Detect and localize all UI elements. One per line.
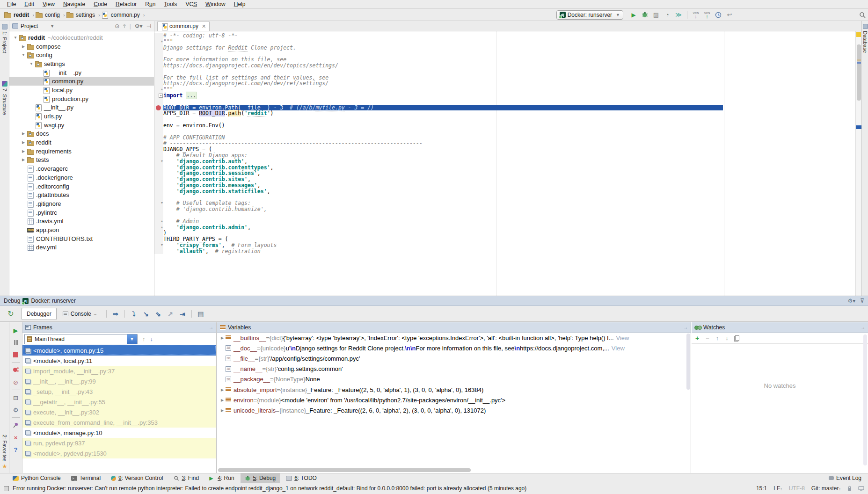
tree-item-docs[interactable]: ▶docs bbox=[9, 130, 154, 138]
menu-edit[interactable]: Edit bbox=[20, 0, 38, 9]
undo-button[interactable]: ↩ bbox=[724, 10, 735, 20]
tree-item-.coveragerc[interactable]: .coveragerc bbox=[9, 164, 154, 173]
code-line[interactable]: # 'django.contrib.humanize', bbox=[154, 206, 854, 212]
editor-gutter[interactable] bbox=[154, 80, 163, 87]
variable-row[interactable]: 38__doc__ = {unicode} u'\nDjango setting… bbox=[217, 343, 691, 353]
evaluate-expression-button[interactable]: ▤ bbox=[195, 310, 207, 318]
resume-button[interactable]: ▶ bbox=[9, 324, 22, 336]
step-into-my-code-button[interactable]: ⇘ bbox=[152, 310, 164, 318]
editor-gutter[interactable] bbox=[154, 99, 163, 105]
horizontal-scrollbar[interactable] bbox=[218, 468, 471, 472]
encoding-indicator[interactable]: UTF-8 bbox=[789, 485, 805, 492]
code-line[interactable] bbox=[154, 116, 854, 123]
editor-gutter[interactable] bbox=[154, 63, 163, 69]
editor-gutter[interactable] bbox=[154, 146, 163, 153]
gear-icon[interactable]: ⚙▾ bbox=[847, 298, 855, 304]
tree-item-.travis.yml[interactable]: .travis.yml bbox=[9, 217, 154, 225]
frame-row[interactable]: __getattr__, __init__.py:55 bbox=[22, 397, 216, 407]
caret-position[interactable]: 15:1 bbox=[756, 485, 767, 492]
fold-marker-icon[interactable]: ▾ bbox=[161, 159, 163, 163]
frame-row[interactable]: <module>, manage.py:10 bbox=[22, 428, 216, 438]
help-button[interactable]: ? bbox=[9, 443, 22, 456]
tree-closed-arrow-icon[interactable]: ▶ bbox=[20, 149, 27, 153]
editor-gutter[interactable] bbox=[154, 110, 163, 116]
tree-item-app.json[interactable]: app.json bbox=[9, 225, 154, 234]
frame-row[interactable]: _setup, __init__.py:43 bbox=[22, 386, 216, 397]
code-line[interactable]: +import ... bbox=[154, 93, 854, 99]
tree-open-arrow-icon[interactable]: ▼ bbox=[12, 36, 19, 40]
fold-marker-icon[interactable]: ▴ bbox=[161, 219, 163, 223]
tree-item-.pylintrc[interactable]: .pylintrc bbox=[9, 208, 154, 217]
duplicate-watch-icon[interactable] bbox=[735, 335, 739, 341]
profiler-button[interactable]: ◔ bbox=[662, 10, 672, 20]
tree-item-.editorconfig[interactable]: .editorconfig bbox=[9, 182, 154, 191]
move-down-button[interactable]: ↓ bbox=[725, 334, 729, 341]
editor-gutter[interactable] bbox=[154, 195, 163, 201]
code-line[interactable]: DJANGO_APPS = ( bbox=[154, 146, 854, 153]
fold-marker-icon[interactable]: ▾ bbox=[161, 243, 163, 247]
code-line[interactable]: 'allauth', # registration bbox=[154, 248, 854, 254]
fold-marker-icon[interactable]: ▴ bbox=[161, 225, 163, 229]
toolwindow-button-debug[interactable]: 5: Debug bbox=[241, 473, 280, 483]
editor-gutter[interactable] bbox=[154, 105, 163, 111]
chevron-down-icon[interactable]: ▼ bbox=[127, 334, 137, 344]
code-line[interactable]: 'django.contrib.sessions', bbox=[154, 170, 854, 176]
editor-gutter[interactable] bbox=[154, 69, 163, 75]
tree-item-reddit[interactable]: ▼reddit~/cookiecutter/reddit bbox=[9, 33, 154, 42]
tree-item-production.py[interactable]: production.py bbox=[9, 94, 154, 103]
next-frame-button[interactable]: ↓ bbox=[150, 335, 153, 342]
editor-gutter[interactable]: ▾ bbox=[154, 200, 163, 206]
tree-item-wsgi.py[interactable]: wsgi.py bbox=[9, 121, 154, 130]
editor-gutter[interactable]: ▾ bbox=[154, 242, 163, 248]
editor-gutter[interactable] bbox=[154, 135, 163, 141]
editor-gutter[interactable] bbox=[154, 248, 163, 254]
breadcrumb-common.py[interactable]: common.py bbox=[101, 12, 141, 18]
locate-file-icon[interactable]: ⊙ bbox=[115, 23, 119, 29]
lock-icon[interactable] bbox=[847, 486, 852, 491]
tree-closed-arrow-icon[interactable]: ▶ bbox=[20, 131, 27, 136]
frame-row[interactable]: __init__, __init__.py:99 bbox=[22, 376, 216, 386]
breakpoint-icon[interactable] bbox=[156, 105, 161, 110]
tree-item-config[interactable]: ▼config bbox=[9, 51, 154, 59]
fold-marker-icon[interactable]: ▴ bbox=[161, 87, 163, 91]
expand-arrow-icon[interactable]: ▶ bbox=[219, 408, 226, 413]
editor-gutter[interactable] bbox=[154, 182, 163, 189]
tree-closed-arrow-icon[interactable]: ▶ bbox=[20, 44, 27, 49]
tree-item-__init__.py[interactable]: __init__.py bbox=[9, 68, 154, 77]
toolwindow-button-run[interactable]: ▶4: Run bbox=[205, 473, 238, 483]
editor-gutter[interactable] bbox=[154, 75, 163, 81]
toolwindow-button-terminal[interactable]: >_Terminal bbox=[67, 473, 105, 483]
editor-gutter[interactable] bbox=[154, 129, 163, 135]
code-line[interactable]: # -*- coding: utf-8 -*- bbox=[154, 33, 854, 39]
code-line[interactable] bbox=[154, 212, 854, 218]
editor-gutter[interactable] bbox=[154, 57, 163, 63]
tree-item-__init__.py[interactable]: __init__.py bbox=[9, 103, 154, 112]
toolwindow-button-structure[interactable]: 7: Structure bbox=[0, 81, 9, 115]
breadcrumb-settings[interactable]: settings bbox=[66, 12, 96, 18]
tab-debugger[interactable]: Debugger bbox=[22, 308, 57, 320]
search-everywhere-button[interactable] bbox=[857, 10, 868, 20]
status-message[interactable]: Error running Docker: runserver: Can't r… bbox=[13, 485, 756, 492]
variable-row[interactable]: ▶absolute_import = {instance} _Feature: … bbox=[217, 385, 691, 395]
vertical-scrollbar[interactable] bbox=[863, 334, 867, 465]
step-out-button[interactable]: ↗ bbox=[164, 310, 176, 318]
mute-breakpoints-button[interactable]: ⊘ bbox=[9, 376, 22, 388]
editor-gutter[interactable] bbox=[154, 45, 163, 51]
tree-item-compose[interactable]: ▶compose bbox=[9, 42, 154, 51]
variable-row[interactable]: 38__name__ = {str} 'config.settings.comm… bbox=[217, 364, 691, 374]
pause-button[interactable] bbox=[9, 336, 22, 349]
editor-gutter[interactable] bbox=[154, 212, 163, 218]
settings-gear-icon[interactable]: ⚙ bbox=[9, 404, 22, 416]
tree-item-settings[interactable]: ▼settings bbox=[9, 59, 154, 68]
step-over-button[interactable]: ⤵ bbox=[128, 310, 140, 318]
detach-icon[interactable]: → bbox=[683, 325, 688, 330]
code-line[interactable]: # --------------------------------------… bbox=[154, 140, 854, 146]
tree-item-CONTRIBUTORS.txt[interactable]: CONTRIBUTORS.txt bbox=[9, 234, 154, 243]
restore-layout-button[interactable]: ⊟ bbox=[9, 392, 22, 404]
variable-row[interactable]: ▶__builtins__ = {dict} {'bytearray': <ty… bbox=[217, 333, 691, 343]
tree-item-urls.py[interactable]: urls.py bbox=[9, 112, 154, 121]
editor-gutter[interactable]: ▴ bbox=[154, 225, 163, 231]
collapse-all-icon[interactable]: ⤒ bbox=[123, 23, 125, 29]
previous-frame-button[interactable]: ↑ bbox=[142, 335, 146, 342]
editor-gutter[interactable] bbox=[154, 206, 163, 212]
